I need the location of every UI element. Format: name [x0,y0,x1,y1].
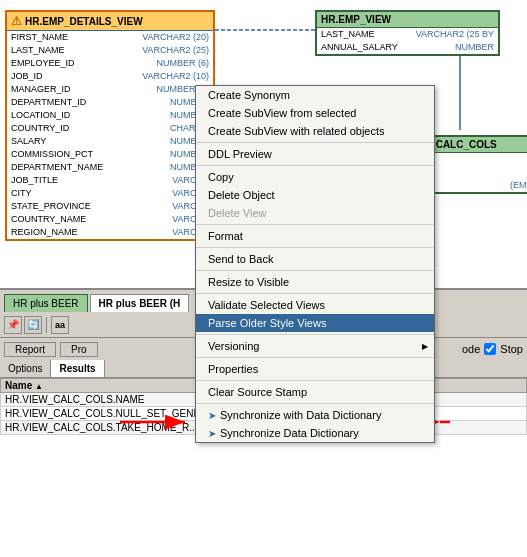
ctx-item-label: Properties [208,363,258,375]
ctx-menu-item[interactable]: Versioning [196,337,434,355]
ctx-item-label: Versioning [208,340,259,352]
emp-view-columns: LAST_NAMEVARCHAR2 (25 BY ANNUAL_SALARYNU… [317,28,498,54]
toolbar-separator [46,317,47,333]
tab-options[interactable]: Options [0,360,51,377]
table-row: CITYVARCHA [7,187,213,200]
table-row: JOB_TITLEVARCHA [7,174,213,187]
stop-label: Stop [500,343,523,355]
emp-details-title: HR.EMP_DETAILS_VIEW [25,16,143,27]
ctx-arrow-icon: ➤ [208,410,216,421]
table-row: REGION_NAMEVARCHA [7,226,213,239]
table-row: JOB_IDVARCHAR2 (10) [7,70,213,83]
ctx-separator [196,224,434,225]
ctx-item-label: Create Synonym [208,89,290,101]
tab-results[interactable]: Results [51,360,104,377]
refresh-button[interactable]: 🔄 [24,316,42,334]
tab-hr-beer-1[interactable]: HR plus BEER [4,294,88,312]
col-header-label: Name [5,380,32,391]
table-row: COUNTRY_NAMEVARCHA [7,213,213,226]
ctx-separator [196,403,434,404]
emp-details-table[interactable]: ⚠ HR.EMP_DETAILS_VIEW FIRST_NAMEVARCHAR2… [5,10,215,241]
ctx-menu-item[interactable]: Parse Older Style Views [196,314,434,332]
mode-label: ode [462,343,480,355]
ctx-menu-item[interactable]: ➤Synchronize with Data Dictionary [196,406,434,424]
table-row: EMPLOYEE_IDNUMBER (6) [7,57,213,70]
ctx-item-label: DDL Preview [208,148,272,160]
tab-label: HR plus BEER (H [99,298,181,309]
ctx-arrow-icon: ➤ [208,428,216,439]
ctx-menu-item[interactable]: Delete Object [196,186,434,204]
right-controls: ode Stop [462,343,523,355]
ctx-menu-item[interactable]: ➤Synchronize Data Dictionary [196,424,434,442]
ctx-item-label: Format [208,230,243,242]
table-row: COUNTRY_IDCHAR (2) [7,122,213,135]
ctx-menu-item[interactable]: Resize to Visible [196,273,434,291]
ctx-item-label: Create SubView from selected [208,107,356,119]
ctx-menu-item[interactable]: Create SubView from selected [196,104,434,122]
warning-icon: ⚠ [11,14,22,28]
table-row: LOCATION_IDNUMBER [7,109,213,122]
ctx-separator [196,270,434,271]
pro-button[interactable]: Pro [60,342,98,357]
ctx-menu-item: Delete View [196,204,434,222]
ctx-item-label: Delete Object [208,189,275,201]
ctx-separator [196,380,434,381]
ctx-menu-item[interactable]: Create SubView with related objects [196,122,434,140]
stop-checkbox[interactable] [484,343,496,355]
options-tab-label: Options [8,363,42,374]
ctx-separator [196,165,434,166]
emp-details-columns: FIRST_NAMEVARCHAR2 (20) LAST_NAMEVARCHAR… [7,31,213,239]
refresh-icon: 🔄 [27,319,39,330]
ctx-item-label: Parse Older Style Views [208,317,326,329]
ctx-separator [196,293,434,294]
ctx-item-label: Resize to Visible [208,276,289,288]
pin-button[interactable]: 📌 [4,316,22,334]
pin-icon: 📌 [7,319,19,330]
ctx-separator [196,142,434,143]
ctx-menu-item[interactable]: Clear Source Stamp [196,383,434,401]
ctx-menu-item[interactable]: Create Synonym [196,86,434,104]
table-row: FIRST_NAMEVARCHAR2 (20) [7,31,213,44]
ctx-menu-item[interactable]: Properties [196,360,434,378]
ctx-menu-item[interactable]: Validate Selected Views [196,296,434,314]
table-row: ANNUAL_SALARYNUMBER [317,41,498,54]
ctx-separator [196,334,434,335]
ctx-separator [196,247,434,248]
emp-view-title: HR.EMP_VIEW [321,14,391,25]
tab-label: HR plus BEER [13,298,79,309]
ctx-separator [196,357,434,358]
table-row: LAST_NAMEVARCHAR2 (25 BY [317,28,498,41]
ctx-menu-item[interactable]: Format [196,227,434,245]
emp-view-table[interactable]: HR.EMP_VIEW LAST_NAMEVARCHAR2 (25 BY ANN… [315,10,500,56]
table-row: MANAGER_IDNUMBER (6) [7,83,213,96]
results-tab-label: Results [59,363,95,374]
table-row: DEPARTMENT_NAMENUMBER [7,161,213,174]
table-row: SALARYNUMBER [7,135,213,148]
table-row: DEPARTMENT_IDNUMBER [7,96,213,109]
ctx-item-label: Synchronize with Data Dictionary [220,409,381,421]
table-row: STATE_PROVINCEVARCHA [7,200,213,213]
ctx-item-label: Delete View [208,207,267,219]
ctx-item-label: Validate Selected Views [208,299,325,311]
ctx-menu-item[interactable]: Send to Back [196,250,434,268]
aa-icon: aa [55,320,65,330]
emp-details-header: ⚠ HR.EMP_DETAILS_VIEW [7,12,213,31]
ctx-item-label: Synchronize Data Dictionary [220,427,359,439]
ctx-menu-item[interactable]: DDL Preview [196,145,434,163]
table-row: LAST_NAMEVARCHAR2 (25) [7,44,213,57]
ctx-item-label: Copy [208,171,234,183]
report-button[interactable]: Report [4,342,56,357]
context-menu: Create SynonymCreate SubView from select… [195,85,435,443]
table-row: COMMISSION_PCTNUMBER [7,148,213,161]
ctx-item-label: Send to Back [208,253,273,265]
emp-view-header: HR.EMP_VIEW [317,12,498,28]
aa-button[interactable]: aa [51,316,69,334]
ctx-item-label: Create SubView with related objects [208,125,385,137]
ctx-item-label: Clear Source Stamp [208,386,307,398]
tab-hr-beer-2[interactable]: HR plus BEER (H [90,294,190,312]
ctx-menu-item[interactable]: Copy [196,168,434,186]
